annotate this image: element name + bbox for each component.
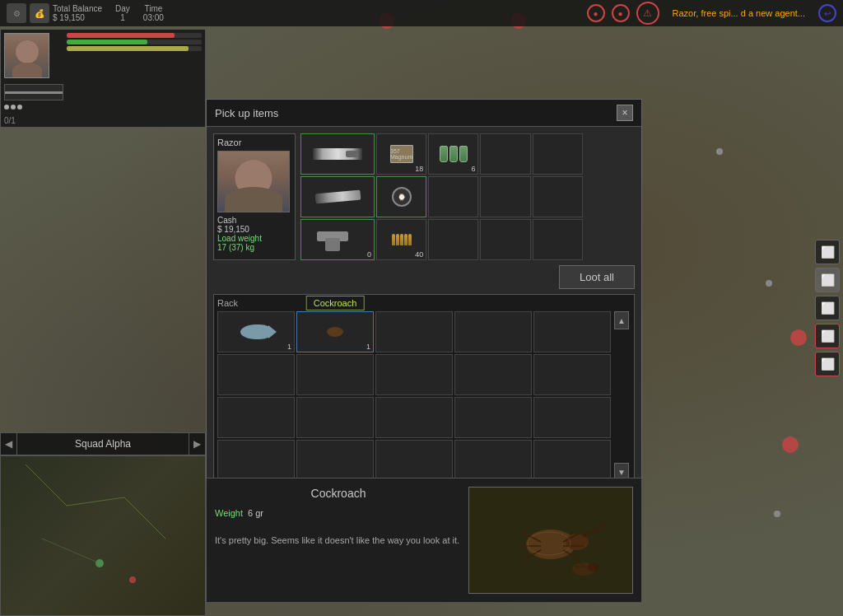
map-marker — [790, 329, 807, 346]
rack-cell-r16[interactable] — [217, 440, 295, 481]
rack-cell-r11[interactable] — [217, 397, 295, 438]
map-npc — [774, 511, 780, 517]
rack-section: Rack 1 1 Cockroach — [213, 294, 635, 485]
load-value: 17 (37) kg — [217, 243, 254, 252]
health-bar — [67, 33, 202, 38]
svg-line-3 — [42, 539, 100, 563]
char-load-label: Load weight 17 (37) kg — [217, 234, 291, 252]
stamina-bar — [67, 40, 202, 44]
weight-value: 6 gr — [248, 508, 263, 518]
ui-btn-4[interactable]: ⬜ — [815, 324, 840, 348]
hud-time: Time 03:00 — [143, 4, 164, 22]
inv-cell-ammo[interactable]: 357 Magnum 18 — [376, 133, 426, 175]
gun-count: 0 — [367, 250, 371, 259]
squad-next-button[interactable]: ▶ — [189, 432, 205, 455]
inv-cell-empty5[interactable] — [533, 176, 583, 217]
rack-cell-fish[interactable]: 1 — [217, 311, 295, 352]
ui-btn-5[interactable]: ⬜ — [815, 352, 840, 376]
bullet — [408, 234, 412, 245]
load-label: Load weight — [217, 234, 262, 243]
top-hud: ⚙ 💰 Total Balance $ 19,150 Day 1 Time 03… — [0, 0, 843, 26]
rack-cell-r13[interactable] — [375, 397, 453, 438]
hud-red-icon1: ● — [587, 4, 605, 22]
bottles-count: 6 — [471, 165, 475, 173]
ui-btn-3[interactable]: ⬜ — [815, 296, 840, 320]
inv-cell-empty8[interactable] — [533, 219, 583, 260]
rack-cell-r12[interactable] — [296, 397, 374, 438]
rack-cell-r4[interactable] — [454, 311, 532, 352]
inv-cell-empty4[interactable] — [480, 176, 530, 217]
day-label: Day — [115, 4, 130, 13]
hud-red-icon3: ⚠ — [636, 2, 659, 25]
right-ui: ⬜ ⬜ ⬜ ⬜ ⬜ — [812, 236, 843, 380]
rack-cell-r3[interactable] — [375, 311, 453, 352]
fish-icon — [240, 324, 272, 339]
rack-cell-cockroach[interactable]: 1 Cockroach — [296, 311, 374, 352]
rack-cell-r6[interactable] — [217, 354, 295, 395]
ui-btn-1[interactable]: ⬜ — [815, 240, 840, 264]
balance-label: Total Balance — [53, 4, 102, 13]
hud-red-icon2: ● — [612, 4, 630, 22]
loot-all-button[interactable]: Loot all — [559, 265, 635, 289]
weight-label: Weight — [215, 508, 243, 518]
svg-line-2 — [124, 497, 165, 539]
pickup-dialog: Pick up items × Razor Cash $ 19,150 Load… — [206, 99, 642, 492]
char-section: Razor Cash $ 19,150 Load weight 17 (37) … — [213, 133, 635, 260]
hud-icons-right: ● ● ⚠ Razor, free spi... d a new agent..… — [587, 2, 836, 25]
morale-bar — [67, 46, 202, 51]
rack-cell-r9[interactable] — [454, 354, 532, 395]
inv-cell-knife1[interactable] — [300, 133, 375, 175]
inv-cell-empty6[interactable] — [428, 219, 478, 260]
squad-prev-button[interactable]: ◀ — [1, 432, 17, 455]
watch-icon: ⌚ — [392, 187, 412, 207]
inv-cell-gun[interactable]: 0 — [300, 219, 375, 260]
bottle — [449, 146, 458, 162]
rack-cell-r8[interactable] — [375, 354, 453, 395]
squad-label: Squad Alpha — [17, 438, 189, 450]
knife2-icon — [314, 190, 361, 204]
weapon-icon — [5, 91, 63, 94]
ammo-dot — [17, 105, 22, 110]
inv-cell-empty7[interactable] — [480, 219, 530, 260]
svg-line-1 — [67, 497, 124, 506]
rack-cell-r14[interactable] — [454, 397, 532, 438]
player-counter: 0/1 — [4, 116, 16, 125]
inv-cell-bottles[interactable]: 6 — [428, 133, 478, 175]
dialog-close-button[interactable]: × — [617, 105, 633, 121]
ammo-count: 18 — [415, 165, 423, 173]
item-description: It's pretty big. Seems like it doesn't l… — [215, 534, 462, 547]
cash-label: Cash — [217, 216, 236, 225]
rack-cell-r7[interactable] — [296, 354, 374, 395]
rack-cell-r15[interactable] — [533, 397, 611, 438]
inv-cell-knife2[interactable] — [300, 176, 375, 217]
player-avatar — [4, 33, 49, 78]
rack-cell-r17[interactable] — [296, 440, 374, 481]
inv-cell-empty1[interactable] — [480, 133, 530, 175]
ammo-box-icon: 357 Magnum — [390, 145, 413, 163]
inventory-area: 357 Magnum 18 6 — [300, 133, 635, 260]
health-bar-row — [67, 33, 202, 38]
bottles-icon — [440, 146, 468, 162]
rack-cell-r20[interactable] — [533, 440, 611, 481]
rack-cell-r19[interactable] — [454, 440, 532, 481]
item-detail-name: Cockroach — [215, 487, 462, 500]
rack-grid: 1 1 Cockroach — [217, 311, 611, 481]
bullet — [404, 234, 408, 245]
map-npc — [766, 280, 772, 287]
ammo-dot — [4, 105, 9, 110]
morale-fill — [67, 46, 189, 51]
rack-scroll-up[interactable]: ▲ — [614, 311, 629, 329]
rack-cell-r5[interactable] — [533, 311, 611, 352]
bullets-count: 40 — [415, 250, 423, 259]
inv-cell-empty2[interactable] — [533, 133, 583, 175]
dialog-body: Razor Cash $ 19,150 Load weight 17 (37) … — [207, 127, 641, 492]
rack-cell-r18[interactable] — [375, 440, 453, 481]
inv-cell-watch[interactable]: ⌚ — [376, 176, 426, 217]
ui-btn-2[interactable]: ⬜ — [815, 268, 840, 292]
inv-cell-bullets[interactable]: 40 — [376, 219, 426, 260]
rack-cell-r10[interactable] — [533, 354, 611, 395]
svg-line-0 — [26, 464, 67, 506]
dialog-title: Pick up items — [215, 107, 278, 119]
char-name: Razor — [217, 138, 291, 147]
inv-cell-empty3[interactable] — [428, 176, 478, 217]
